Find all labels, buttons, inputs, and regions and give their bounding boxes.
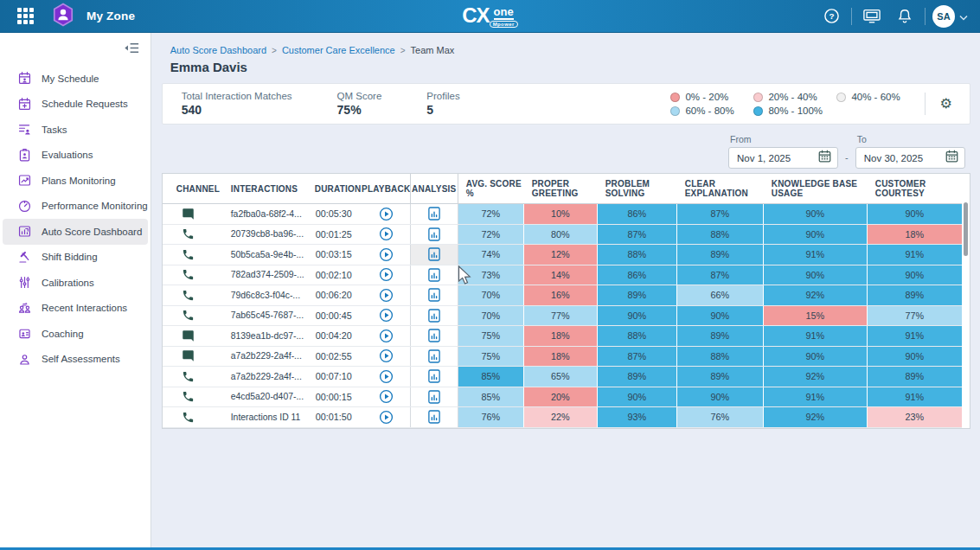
sidebar-item-performance-monitoring[interactable]: Performance Monitoring xyxy=(3,194,148,220)
play-icon[interactable] xyxy=(379,369,394,384)
sidebar: My ScheduleSchedule RequestsTasksEvaluat… xyxy=(0,33,151,550)
duration: 00:02:10 xyxy=(309,265,362,285)
score-cell: 92% xyxy=(763,285,867,305)
play-icon[interactable] xyxy=(379,267,394,282)
play-icon[interactable] xyxy=(379,410,394,425)
score-cell: 90% xyxy=(763,265,867,285)
playback-cell xyxy=(362,204,410,224)
column-header-interactions[interactable]: INTERACTIONS xyxy=(214,174,309,203)
score-cell: 91% xyxy=(763,387,867,407)
account-menu[interactable]: SA xyxy=(932,5,968,28)
help-icon[interactable]: ? xyxy=(818,3,844,29)
column-header-avg-score[interactable]: AVG. SCORE % xyxy=(458,174,523,203)
sidebar-item-evaluations[interactable]: Evaluations xyxy=(3,143,148,169)
analysis-icon[interactable] xyxy=(428,268,440,282)
score-cell: 90% xyxy=(676,387,763,407)
avatar[interactable]: SA xyxy=(932,5,955,28)
sidebar-item-calibrations[interactable]: Calibrations xyxy=(3,270,148,296)
calendar-icon[interactable] xyxy=(945,150,958,166)
sidebar-item-tasks[interactable]: Tasks xyxy=(3,117,148,143)
table-scrollbar[interactable] xyxy=(964,202,968,256)
score-cell: 91% xyxy=(867,387,962,407)
column-header-knowledge-base-usage[interactable]: KNOWLEDGE BASE USAGE xyxy=(763,174,867,203)
score-cell: 91% xyxy=(867,326,962,346)
sidebar-item-recent-interactions[interactable]: Recent Interactions xyxy=(3,296,148,322)
from-date-input[interactable]: Nov 1, 2025 xyxy=(728,147,838,169)
analysis-icon[interactable] xyxy=(428,247,440,261)
sidebar-item-schedule-requests[interactable]: Schedule Requests xyxy=(3,92,148,118)
stat-value: 540 xyxy=(182,103,292,117)
column-header-proper-greeting[interactable]: PROPER GREETING xyxy=(523,174,597,203)
duration: 00:03:15 xyxy=(309,245,362,265)
channel-phone-icon xyxy=(182,390,195,403)
play-icon[interactable] xyxy=(379,389,394,404)
calendar-icon[interactable] xyxy=(818,150,831,166)
analysis-cell xyxy=(410,326,458,346)
playback-cell xyxy=(362,367,410,387)
play-icon[interactable] xyxy=(379,247,394,262)
score-cell: 86% xyxy=(597,204,676,224)
analysis-icon[interactable] xyxy=(428,288,440,302)
column-header-clear-explanation[interactable]: CLEAR EXPLANATION xyxy=(676,174,763,203)
sidebar-item-plans-monitoring[interactable]: Plans Monitoring xyxy=(3,168,148,194)
legend-label: 20% - 40% xyxy=(768,92,817,102)
stat-value: 75% xyxy=(337,103,382,117)
analysis-cell xyxy=(410,265,458,285)
score-cell: 15% xyxy=(763,306,867,326)
analysis-icon[interactable] xyxy=(428,309,440,323)
play-icon[interactable] xyxy=(379,329,394,343)
column-header-duration[interactable]: DURATION xyxy=(309,174,362,203)
analysis-cell xyxy=(410,204,458,224)
score-cell: 86% xyxy=(597,265,676,285)
settings-gear-icon[interactable]: ⚙ xyxy=(938,95,953,112)
column-header-analysis[interactable]: ANALYSIS xyxy=(410,174,458,203)
duration: 00:05:30 xyxy=(309,204,362,224)
analysis-icon[interactable] xyxy=(428,227,440,241)
analysis-icon[interactable] xyxy=(428,329,440,342)
play-icon[interactable] xyxy=(379,207,394,221)
app-launcher-grid-icon[interactable] xyxy=(10,0,40,33)
column-header-problem-solving[interactable]: PROBLEM SOLVING xyxy=(597,174,676,203)
score-cell: 72% xyxy=(458,225,523,245)
sidebar-item-my-schedule[interactable]: My Schedule xyxy=(3,66,148,92)
screen-share-icon[interactable] xyxy=(859,3,885,29)
score-value: 76% xyxy=(677,407,763,427)
play-icon[interactable] xyxy=(379,227,394,241)
analysis-icon[interactable] xyxy=(428,369,440,383)
to-date-input[interactable]: Nov 30, 2025 xyxy=(855,147,965,169)
score-value: 90% xyxy=(764,225,867,245)
score-cell: 76% xyxy=(676,407,763,427)
score-cell: 88% xyxy=(597,326,676,346)
column-header-playback[interactable]: PLAYBACK xyxy=(362,174,410,203)
analysis-icon[interactable] xyxy=(428,390,440,404)
sidebar-item-auto-score-dashboard[interactable]: Auto Score Dashboard xyxy=(3,219,148,245)
breadcrumb-item-auto-score-dashboard[interactable]: Auto Score Dashboard xyxy=(170,45,266,55)
sidebar-nav: My ScheduleSchedule RequestsTasksEvaluat… xyxy=(0,66,151,372)
score-cell: 80% xyxy=(523,225,597,245)
play-icon[interactable] xyxy=(379,308,394,323)
score-cell: 88% xyxy=(676,347,763,367)
score-value: 90% xyxy=(598,387,676,407)
sidebar-item-self-assessments[interactable]: Self Assessments xyxy=(3,347,148,373)
analysis-icon[interactable] xyxy=(428,410,440,424)
stats: Total Interaction Matches540QM Score75%P… xyxy=(182,91,460,117)
column-header-channel[interactable]: CHANNEL xyxy=(163,174,214,203)
score-cell: 77% xyxy=(523,306,597,326)
breadcrumb-item-customer-care-excellence[interactable]: Customer Care Excellence xyxy=(282,45,395,55)
play-icon[interactable] xyxy=(379,349,394,363)
score-value: 89% xyxy=(677,326,763,346)
analysis-cell xyxy=(410,285,458,305)
analysis-icon[interactable] xyxy=(428,349,440,363)
legend-label: 40% - 60% xyxy=(851,92,900,102)
analysis-icon[interactable] xyxy=(428,207,440,221)
column-header-customer-courtesy[interactable]: CUSTOMER COURTESY xyxy=(867,174,962,203)
notifications-bell-icon[interactable] xyxy=(892,3,918,29)
channel-cell xyxy=(163,326,214,346)
play-icon[interactable] xyxy=(379,288,394,303)
sidebar-item-coaching[interactable]: Coaching xyxy=(3,321,148,347)
svg-text:?: ? xyxy=(829,11,834,21)
duration: 00:00:15 xyxy=(309,387,362,407)
score-value: 23% xyxy=(868,407,962,427)
sidebar-item-shift-bidding[interactable]: Shift Bidding xyxy=(3,245,148,271)
sidebar-collapse-icon[interactable] xyxy=(124,41,140,59)
